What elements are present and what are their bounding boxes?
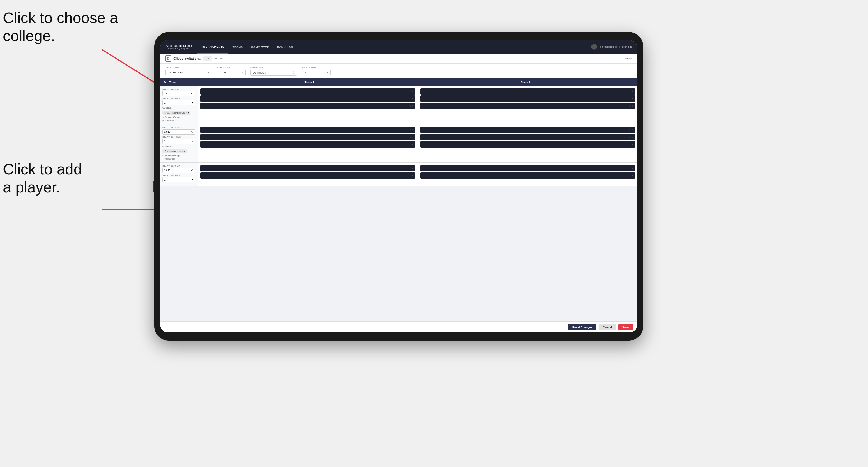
slot-x-3-3[interactable]: ×	[409, 143, 411, 146]
sub-header: C Clippd Invitational Men Hosting Back	[160, 54, 638, 64]
clock-icon: ⏱	[241, 71, 243, 74]
slot-chevron-1-3[interactable]: ▾	[412, 104, 414, 107]
starting-hole-label-3: STARTING HOLE:	[162, 175, 195, 177]
group-size-input[interactable]: 3 ▾	[302, 70, 331, 75]
player-slot-3-3[interactable]: × ▾	[200, 141, 415, 148]
chevron-down-icon: ▾	[208, 71, 209, 74]
slot-x-5-2[interactable]: ×	[409, 174, 411, 177]
time-input-2[interactable]: 10:10 ⏱	[162, 129, 195, 134]
player-slot-2-2[interactable]: × ▾	[420, 95, 636, 102]
slot-x-4-1[interactable]: ×	[629, 128, 631, 131]
chevron-course-1: ▾	[188, 112, 189, 114]
player-slot-3-1[interactable]: × ▾	[200, 127, 415, 133]
sign-out-link[interactable]: Sign out	[622, 45, 632, 48]
slot-chevron-4-3[interactable]: ▾	[632, 143, 633, 146]
slot-x-6-2[interactable]: ×	[629, 174, 631, 177]
slot-chevron-6-1[interactable]: ▾	[632, 167, 633, 170]
plus-icon-2: +	[162, 157, 164, 160]
slot-chevron-6-2[interactable]: ▾	[632, 174, 633, 177]
hole-select-1[interactable]: 1 ▾	[162, 100, 195, 105]
player-slot-4-2[interactable]: × ▾	[420, 134, 636, 140]
slot-chevron-3-2[interactable]: ▾	[412, 136, 414, 138]
hole-select-3[interactable]: 1 ▾	[162, 177, 195, 182]
slot-chevron-2-3[interactable]: ▾	[632, 104, 633, 107]
nav-teams[interactable]: TEAMS	[228, 40, 247, 54]
hole-select-2[interactable]: 1 ▾	[162, 138, 195, 144]
back-button[interactable]: Back	[625, 57, 632, 60]
time-input-3[interactable]: 10:20 ⏱	[162, 168, 195, 173]
course-label-1: COURSE:	[162, 107, 195, 109]
slot-chevron-2-1[interactable]: ▾	[632, 90, 633, 93]
chevron-course-2: ▾	[184, 150, 185, 153]
group-info-2: STARTING TIME: 10:10 ⏱ STARTING HOLE: 1 …	[160, 124, 198, 162]
player-slot-5-2[interactable]: × ▾	[200, 173, 415, 179]
player-slot-2-1[interactable]: × ▾	[420, 88, 636, 95]
remove-course-1[interactable]: ×	[186, 112, 187, 114]
slot-x-6-1[interactable]: ×	[629, 167, 631, 170]
player-slot-4-1[interactable]: × ▾	[420, 127, 636, 133]
player-slot-1-3[interactable]: × ▾	[200, 103, 415, 109]
annotation-bottom: Click to add a player.	[3, 160, 82, 196]
player-slot-1-2[interactable]: × ▾	[200, 95, 415, 102]
slot-x-2-3[interactable]: ×	[629, 104, 631, 107]
slot-x-2-1[interactable]: ×	[629, 90, 631, 93]
player-slot-1-1[interactable]: × ▾	[200, 88, 415, 95]
team1-col-1: × ▾ × ▾ × ▾	[198, 86, 418, 124]
player-slot-3-2[interactable]: × ▾	[200, 134, 415, 140]
course-badge-2[interactable]: 📍 East Lake GC × ▾	[162, 149, 187, 153]
intervals-input[interactable]: 10 Minutes ⓘ	[250, 70, 297, 76]
slot-chevron-1-1[interactable]: ▾	[412, 90, 414, 93]
player-slot-5-1[interactable]: × ▾	[200, 165, 415, 172]
team-columns-3: × ▾ × ▾ × ▾	[198, 163, 638, 186]
intervals-label: Intervals	[250, 66, 297, 69]
slot-chevron-4-1[interactable]: ▾	[632, 128, 633, 131]
player-slot-4-3[interactable]: × ▾	[420, 141, 636, 148]
slot-x-1-3[interactable]: ×	[409, 104, 411, 107]
player-slot-6-1[interactable]: × ▾	[420, 165, 636, 172]
slot-x-3-1[interactable]: ×	[409, 128, 411, 131]
starting-time-label-1: STARTING TIME:	[162, 88, 195, 90]
tablet-screen: SCOREBOARD Powered by clippd TOURNAMENTS…	[160, 40, 638, 333]
chevron-icon-2: ▾	[192, 140, 193, 143]
slot-chevron-4-2[interactable]: ▾	[632, 136, 633, 138]
start-time-input[interactable]: 10:00 ⏱	[217, 70, 246, 75]
slot-chevron-2-2[interactable]: ▾	[632, 97, 633, 100]
starting-time-label-3: STARTING TIME:	[162, 165, 195, 167]
remove-course-2[interactable]: ×	[182, 150, 183, 153]
player-slot-6-2[interactable]: × ▾	[420, 173, 636, 179]
slot-x-3-2[interactable]: ×	[409, 136, 411, 138]
slot-x-4-2[interactable]: ×	[629, 136, 631, 138]
team-columns-1: × ▾ × ▾ × ▾	[198, 86, 638, 124]
time-input-1[interactable]: 10:00 ⏱	[162, 91, 195, 96]
slot-chevron-1-2[interactable]: ▾	[412, 97, 414, 100]
nav-committee[interactable]: COMMITTEE	[247, 40, 273, 54]
cancel-button[interactable]: Cancel	[599, 324, 616, 330]
slot-chevron-5-1[interactable]: ▾	[412, 167, 414, 170]
slot-x-1-2[interactable]: ×	[409, 97, 411, 100]
main-content: Tee Time Team 1 Team 2 STARTING TIME: 10…	[160, 78, 638, 321]
nav-tournaments[interactable]: TOURNAMENTS	[197, 40, 228, 54]
tee-group-3: STARTING TIME: 10:20 ⏱ STARTING HOLE: 1 …	[160, 163, 638, 186]
nav-rankings[interactable]: RANKINGS	[273, 40, 297, 54]
hole-value-3: 1	[164, 178, 166, 181]
slot-chevron-3-3[interactable]: ▾	[412, 143, 414, 146]
slot-x-2-2[interactable]: ×	[629, 97, 631, 100]
remove-group-btn-2[interactable]: ○ Remove Group	[162, 154, 195, 157]
start-type-input[interactable]: 1st Tee Start ▾	[165, 70, 212, 75]
remove-group-btn-1[interactable]: ○ Remove Group	[162, 116, 195, 119]
slot-chevron-5-2[interactable]: ▾	[412, 174, 414, 177]
app-nav: TOURNAMENTS TEAMS COMMITTEE RANKINGS	[197, 40, 297, 54]
slot-x-4-3[interactable]: ×	[629, 143, 631, 146]
course-badge-1[interactable]: 🏌 (A) Peachtree GC × ▾	[162, 111, 190, 115]
reset-button[interactable]: Reset Changes	[568, 324, 596, 330]
slot-chevron-3-1[interactable]: ▾	[412, 128, 414, 131]
add-group-btn-1[interactable]: + Add Group	[162, 119, 195, 122]
slot-x-5-1[interactable]: ×	[409, 167, 411, 170]
player-slot-2-3[interactable]: × ▾	[420, 103, 636, 109]
add-group-btn-2[interactable]: + Add Group	[162, 157, 195, 160]
intervals-value: 10 Minutes	[253, 71, 266, 74]
slot-x-1-1[interactable]: ×	[409, 90, 411, 93]
clock-icon-1: ⏱	[191, 92, 193, 95]
save-button[interactable]: Save	[618, 324, 633, 330]
hole-value-2: 1	[164, 140, 166, 143]
